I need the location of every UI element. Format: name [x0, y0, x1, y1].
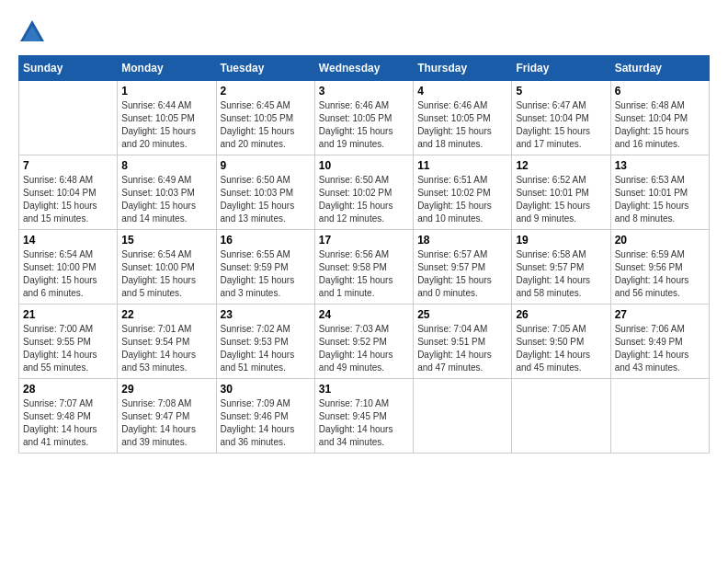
day-number: 17 — [319, 234, 409, 247]
page-header — [18, 18, 710, 46]
day-info: Sunrise: 6:49 AM Sunset: 10:03 PM Daylig… — [121, 174, 211, 225]
calendar-week-2: 7Sunrise: 6:48 AM Sunset: 10:04 PM Dayli… — [19, 155, 710, 230]
calendar-cell: 7Sunrise: 6:48 AM Sunset: 10:04 PM Dayli… — [19, 155, 118, 230]
day-number: 23 — [221, 308, 311, 321]
day-info: Sunrise: 6:54 AM Sunset: 10:00 PM Daylig… — [121, 248, 211, 300]
day-number: 24 — [319, 308, 409, 321]
day-info: Sunrise: 6:51 AM Sunset: 10:02 PM Daylig… — [417, 174, 507, 225]
calendar-cell: 21Sunrise: 7:00 AM Sunset: 9:55 PM Dayli… — [19, 304, 118, 379]
day-info: Sunrise: 7:07 AM Sunset: 9:48 PM Dayligh… — [23, 397, 113, 449]
calendar-cell: 24Sunrise: 7:03 AM Sunset: 9:52 PM Dayli… — [314, 304, 413, 379]
day-number: 13 — [615, 159, 705, 172]
day-number: 14 — [23, 234, 113, 247]
day-info: Sunrise: 7:05 AM Sunset: 9:50 PM Dayligh… — [516, 323, 606, 374]
calendar-cell: 12Sunrise: 6:52 AM Sunset: 10:01 PM Dayl… — [512, 155, 610, 230]
calendar-header: SundayMondayTuesdayWednesdayThursdayFrid… — [19, 56, 710, 81]
day-info: Sunrise: 6:48 AM Sunset: 10:04 PM Daylig… — [23, 174, 113, 225]
day-info: Sunrise: 6:48 AM Sunset: 10:04 PM Daylig… — [615, 99, 705, 151]
header-day-thursday: Thursday — [414, 56, 512, 81]
header-day-monday: Monday — [118, 56, 216, 81]
day-info: Sunrise: 7:03 AM Sunset: 9:52 PM Dayligh… — [319, 323, 409, 374]
calendar-cell: 5Sunrise: 6:47 AM Sunset: 10:04 PM Dayli… — [512, 81, 610, 155]
header-day-wednesday: Wednesday — [314, 56, 413, 81]
calendar-cell — [19, 81, 118, 155]
day-number: 16 — [221, 234, 311, 247]
calendar-cell: 4Sunrise: 6:46 AM Sunset: 10:05 PM Dayli… — [414, 81, 512, 155]
day-number: 6 — [615, 85, 705, 98]
calendar-body: 1Sunrise: 6:44 AM Sunset: 10:05 PM Dayli… — [19, 81, 710, 454]
day-info: Sunrise: 7:04 AM Sunset: 9:51 PM Dayligh… — [417, 323, 507, 374]
day-number: 11 — [417, 159, 507, 172]
day-number: 3 — [319, 85, 409, 98]
header-row: SundayMondayTuesdayWednesdayThursdayFrid… — [19, 56, 710, 81]
day-info: Sunrise: 6:46 AM Sunset: 10:05 PM Daylig… — [319, 99, 409, 151]
day-number: 21 — [23, 308, 113, 321]
calendar-cell: 3Sunrise: 6:46 AM Sunset: 10:05 PM Dayli… — [314, 81, 413, 155]
day-info: Sunrise: 7:09 AM Sunset: 9:46 PM Dayligh… — [221, 397, 311, 449]
day-number: 9 — [221, 159, 311, 172]
calendar-cell: 9Sunrise: 6:50 AM Sunset: 10:03 PM Dayli… — [216, 155, 314, 230]
day-info: Sunrise: 6:54 AM Sunset: 10:00 PM Daylig… — [23, 248, 113, 300]
calendar-cell: 28Sunrise: 7:07 AM Sunset: 9:48 PM Dayli… — [19, 379, 118, 454]
calendar-cell: 20Sunrise: 6:59 AM Sunset: 9:56 PM Dayli… — [610, 230, 709, 304]
calendar-cell: 11Sunrise: 6:51 AM Sunset: 10:02 PM Dayl… — [414, 155, 512, 230]
day-number: 28 — [23, 383, 113, 396]
header-day-saturday: Saturday — [610, 56, 709, 81]
calendar-cell: 23Sunrise: 7:02 AM Sunset: 9:53 PM Dayli… — [216, 304, 314, 379]
header-day-tuesday: Tuesday — [216, 56, 314, 81]
day-number: 5 — [516, 85, 606, 98]
day-info: Sunrise: 6:55 AM Sunset: 9:59 PM Dayligh… — [221, 248, 311, 300]
day-number: 12 — [516, 159, 606, 172]
calendar-cell: 14Sunrise: 6:54 AM Sunset: 10:00 PM Dayl… — [19, 230, 118, 304]
calendar-cell: 18Sunrise: 6:57 AM Sunset: 9:57 PM Dayli… — [414, 230, 512, 304]
calendar-cell — [512, 379, 610, 454]
day-info: Sunrise: 6:50 AM Sunset: 10:02 PM Daylig… — [319, 174, 409, 225]
day-info: Sunrise: 6:56 AM Sunset: 9:58 PM Dayligh… — [319, 248, 409, 300]
day-info: Sunrise: 6:59 AM Sunset: 9:56 PM Dayligh… — [615, 248, 705, 300]
day-number: 8 — [121, 159, 211, 172]
day-number: 18 — [417, 234, 507, 247]
calendar-cell: 25Sunrise: 7:04 AM Sunset: 9:51 PM Dayli… — [414, 304, 512, 379]
day-info: Sunrise: 7:10 AM Sunset: 9:45 PM Dayligh… — [319, 397, 409, 449]
calendar-cell: 16Sunrise: 6:55 AM Sunset: 9:59 PM Dayli… — [216, 230, 314, 304]
calendar-week-3: 14Sunrise: 6:54 AM Sunset: 10:00 PM Dayl… — [19, 230, 710, 304]
calendar-week-5: 28Sunrise: 7:07 AM Sunset: 9:48 PM Dayli… — [19, 379, 710, 454]
day-number: 15 — [121, 234, 211, 247]
day-number: 1 — [121, 85, 211, 98]
logo-icon — [18, 18, 46, 46]
day-number: 20 — [615, 234, 705, 247]
calendar-week-4: 21Sunrise: 7:00 AM Sunset: 9:55 PM Dayli… — [19, 304, 710, 379]
calendar-cell: 1Sunrise: 6:44 AM Sunset: 10:05 PM Dayli… — [118, 81, 216, 155]
calendar-cell: 6Sunrise: 6:48 AM Sunset: 10:04 PM Dayli… — [610, 81, 709, 155]
day-info: Sunrise: 6:57 AM Sunset: 9:57 PM Dayligh… — [417, 248, 507, 300]
day-info: Sunrise: 6:52 AM Sunset: 10:01 PM Daylig… — [516, 174, 606, 225]
calendar-cell: 27Sunrise: 7:06 AM Sunset: 9:49 PM Dayli… — [610, 304, 709, 379]
calendar-cell: 29Sunrise: 7:08 AM Sunset: 9:47 PM Dayli… — [118, 379, 216, 454]
calendar-cell — [610, 379, 709, 454]
day-info: Sunrise: 6:47 AM Sunset: 10:04 PM Daylig… — [516, 99, 606, 151]
calendar-cell: 30Sunrise: 7:09 AM Sunset: 9:46 PM Dayli… — [216, 379, 314, 454]
calendar-cell: 13Sunrise: 6:53 AM Sunset: 10:01 PM Dayl… — [610, 155, 709, 230]
day-info: Sunrise: 7:08 AM Sunset: 9:47 PM Dayligh… — [121, 397, 211, 449]
day-number: 22 — [121, 308, 211, 321]
day-info: Sunrise: 6:50 AM Sunset: 10:03 PM Daylig… — [221, 174, 311, 225]
day-number: 19 — [516, 234, 606, 247]
logo — [18, 18, 51, 46]
day-info: Sunrise: 6:45 AM Sunset: 10:05 PM Daylig… — [221, 99, 311, 151]
calendar-cell: 17Sunrise: 6:56 AM Sunset: 9:58 PM Dayli… — [314, 230, 413, 304]
day-info: Sunrise: 6:58 AM Sunset: 9:57 PM Dayligh… — [516, 248, 606, 300]
day-number: 31 — [319, 383, 409, 396]
day-number: 10 — [319, 159, 409, 172]
day-info: Sunrise: 7:06 AM Sunset: 9:49 PM Dayligh… — [615, 323, 705, 374]
day-info: Sunrise: 7:02 AM Sunset: 9:53 PM Dayligh… — [221, 323, 311, 374]
day-number: 25 — [417, 308, 507, 321]
day-info: Sunrise: 7:01 AM Sunset: 9:54 PM Dayligh… — [121, 323, 211, 374]
calendar-cell: 2Sunrise: 6:45 AM Sunset: 10:05 PM Dayli… — [216, 81, 314, 155]
day-number: 30 — [221, 383, 311, 396]
calendar-cell: 26Sunrise: 7:05 AM Sunset: 9:50 PM Dayli… — [512, 304, 610, 379]
day-number: 26 — [516, 308, 606, 321]
day-info: Sunrise: 6:44 AM Sunset: 10:05 PM Daylig… — [121, 99, 211, 151]
day-info: Sunrise: 6:53 AM Sunset: 10:01 PM Daylig… — [615, 174, 705, 225]
calendar-week-1: 1Sunrise: 6:44 AM Sunset: 10:05 PM Dayli… — [19, 81, 710, 155]
calendar-cell: 31Sunrise: 7:10 AM Sunset: 9:45 PM Dayli… — [314, 379, 413, 454]
